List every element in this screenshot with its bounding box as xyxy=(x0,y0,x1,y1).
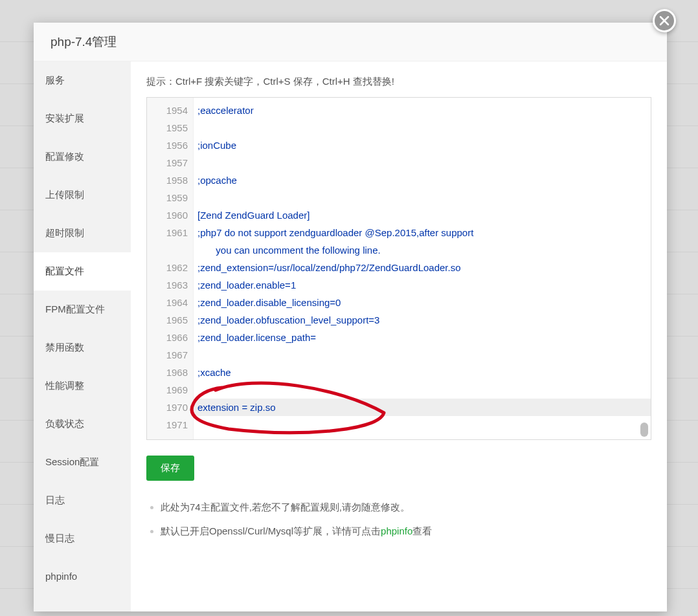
line-number: 1965 xyxy=(147,311,193,329)
code-line[interactable]: ;xcache xyxy=(194,364,651,381)
sidebar-item-1[interactable]: 安装扩展 xyxy=(34,100,131,138)
editor-scrollbar[interactable] xyxy=(640,100,648,437)
sidebar-item-6[interactable]: FPM配置文件 xyxy=(34,291,131,329)
code-line[interactable] xyxy=(194,346,651,364)
code-content[interactable]: ;eaccelerator;ionCube;opcache[Zend ZendG… xyxy=(194,98,651,439)
sidebar-item-5[interactable]: 配置文件 xyxy=(34,252,131,291)
save-button[interactable]: 保存 xyxy=(146,456,194,481)
line-number: 1971 xyxy=(147,416,193,434)
close-button[interactable] xyxy=(653,9,676,32)
code-line[interactable]: ;zend_extension=/usr/local/zend/php72/Ze… xyxy=(194,259,651,276)
code-line[interactable]: ;eaccelerator xyxy=(194,102,651,119)
code-line[interactable] xyxy=(194,416,651,434)
sidebar-item-7[interactable]: 禁用函数 xyxy=(34,329,131,367)
code-line[interactable] xyxy=(194,119,651,137)
sidebar-item-2[interactable]: 配置修改 xyxy=(34,138,131,176)
code-line[interactable]: you can uncomment the following line. xyxy=(194,241,651,259)
scrollbar-thumb[interactable] xyxy=(640,423,648,437)
note-item: 默认已开启Openssl/Curl/Mysql等扩展，详情可点击phpinfo查… xyxy=(161,525,651,538)
sidebar-item-10[interactable]: Session配置 xyxy=(34,443,131,481)
code-line[interactable] xyxy=(194,189,651,206)
hint-text: 提示：Ctrl+F 搜索关键字，Ctrl+S 保存，Ctrl+H 查找替换! xyxy=(146,76,651,88)
modal: php-7.4管理 服务安装扩展配置修改上传限制超时限制配置文件FPM配置文件禁… xyxy=(34,23,667,611)
line-number: 1958 xyxy=(147,171,193,189)
line-number: 1959 xyxy=(147,189,193,206)
code-editor[interactable]: 1954195519561957195819591960196119621963… xyxy=(146,97,651,440)
modal-body: 服务安装扩展配置修改上传限制超时限制配置文件FPM配置文件禁用函数性能调整负载状… xyxy=(34,61,667,611)
code-line[interactable]: [Zend ZendGuard Loader] xyxy=(194,206,651,224)
sidebar-item-0[interactable]: 服务 xyxy=(34,61,131,100)
line-number: 1969 xyxy=(147,381,193,399)
note-item: 此处为74主配置文件,若您不了解配置规则,请勿随意修改。 xyxy=(161,501,651,514)
sidebar-item-9[interactable]: 负载状态 xyxy=(34,405,131,443)
code-line[interactable]: ;php7 do not support zendguardloader @Se… xyxy=(194,224,651,241)
notes-list: 此处为74主配置文件,若您不了解配置规则,请勿随意修改。 默认已开启Openss… xyxy=(146,501,651,538)
line-number: 1962 xyxy=(147,259,193,276)
line-number: 1970 xyxy=(147,399,193,416)
line-number: 1964 xyxy=(147,294,193,311)
sidebar: 服务安装扩展配置修改上传限制超时限制配置文件FPM配置文件禁用函数性能调整负载状… xyxy=(34,61,131,611)
line-number: 1968 xyxy=(147,364,193,381)
line-number: 1956 xyxy=(147,137,193,154)
code-line[interactable] xyxy=(194,381,651,399)
sidebar-item-13[interactable]: phpinfo xyxy=(34,558,131,595)
line-number-gutter: 1954195519561957195819591960196119621963… xyxy=(147,98,194,439)
sidebar-item-12[interactable]: 慢日志 xyxy=(34,520,131,558)
code-line[interactable]: ;zend_loader.enable=1 xyxy=(194,276,651,294)
sidebar-item-8[interactable]: 性能调整 xyxy=(34,367,131,405)
sidebar-item-3[interactable]: 上传限制 xyxy=(34,176,131,214)
close-icon xyxy=(659,16,670,26)
line-number: 1954 xyxy=(147,102,193,119)
modal-header: php-7.4管理 xyxy=(34,23,667,61)
code-line[interactable]: extension = zip.so xyxy=(194,399,651,416)
code-line[interactable]: ;ionCube xyxy=(194,137,651,154)
code-line[interactable] xyxy=(194,154,651,171)
sidebar-item-4[interactable]: 超时限制 xyxy=(34,214,131,252)
line-number: 1967 xyxy=(147,346,193,364)
line-number: 1966 xyxy=(147,329,193,346)
code-line[interactable]: ;zend_loader.obfuscation_level_support=3 xyxy=(194,311,651,329)
code-line[interactable]: ;zend_loader.disable_licensing=0 xyxy=(194,294,651,311)
line-number: 1955 xyxy=(147,119,193,137)
line-number xyxy=(147,241,193,259)
sidebar-item-11[interactable]: 日志 xyxy=(34,481,131,520)
phpinfo-link[interactable]: phpinfo xyxy=(381,525,412,536)
line-number: 1963 xyxy=(147,276,193,294)
code-line[interactable]: ;opcache xyxy=(194,171,651,189)
main-panel: 提示：Ctrl+F 搜索关键字，Ctrl+S 保存，Ctrl+H 查找替换! 1… xyxy=(131,61,667,611)
code-line[interactable]: ;zend_loader.license_path= xyxy=(194,329,651,346)
line-number: 1957 xyxy=(147,154,193,171)
line-number: 1960 xyxy=(147,206,193,224)
modal-title: php-7.4管理 xyxy=(51,34,117,50)
line-number: 1961 xyxy=(147,224,193,241)
